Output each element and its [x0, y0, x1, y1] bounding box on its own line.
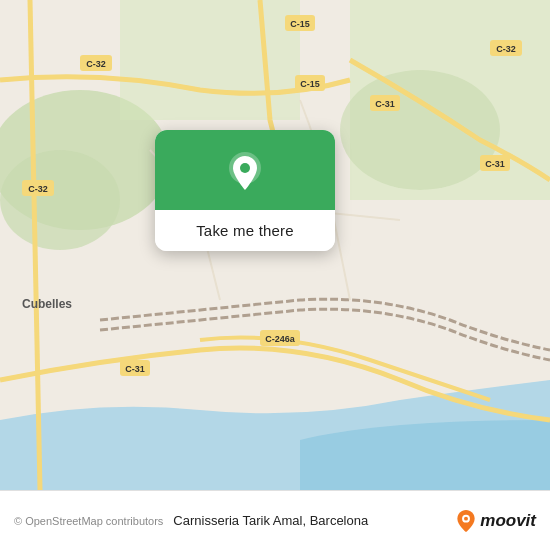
- svg-text:C-15: C-15: [300, 79, 320, 89]
- moovit-label: moovit: [480, 511, 536, 531]
- svg-point-2: [0, 150, 120, 250]
- svg-point-28: [464, 516, 468, 520]
- svg-text:C-31: C-31: [125, 364, 145, 374]
- svg-point-4: [340, 70, 500, 190]
- location-pin-icon: [223, 150, 267, 194]
- map-container: C-32 C-32 C-15 C-15 C-31 C-32 C-31 C-31 …: [0, 0, 550, 490]
- moovit-pin-icon: [455, 510, 477, 532]
- take-me-there-button[interactable]: Take me there: [155, 210, 335, 251]
- card-green-header: [155, 130, 335, 210]
- svg-text:C-32: C-32: [496, 44, 516, 54]
- svg-text:C-246a: C-246a: [265, 334, 296, 344]
- take-me-there-card: Take me there: [155, 130, 335, 251]
- svg-text:C-32: C-32: [86, 59, 106, 69]
- svg-rect-5: [120, 0, 300, 120]
- moovit-logo: moovit: [455, 510, 536, 532]
- svg-text:C-31: C-31: [375, 99, 395, 109]
- svg-text:C-31: C-31: [485, 159, 505, 169]
- svg-text:C-15: C-15: [290, 19, 310, 29]
- place-name: Carnisseria Tarik Amal, Barcelona: [173, 513, 445, 528]
- svg-point-26: [240, 163, 250, 173]
- svg-text:C-32: C-32: [28, 184, 48, 194]
- svg-text:Cubelles: Cubelles: [22, 297, 72, 311]
- map-attribution: © OpenStreetMap contributors: [14, 515, 163, 527]
- bottom-bar: © OpenStreetMap contributors Carnisseria…: [0, 490, 550, 550]
